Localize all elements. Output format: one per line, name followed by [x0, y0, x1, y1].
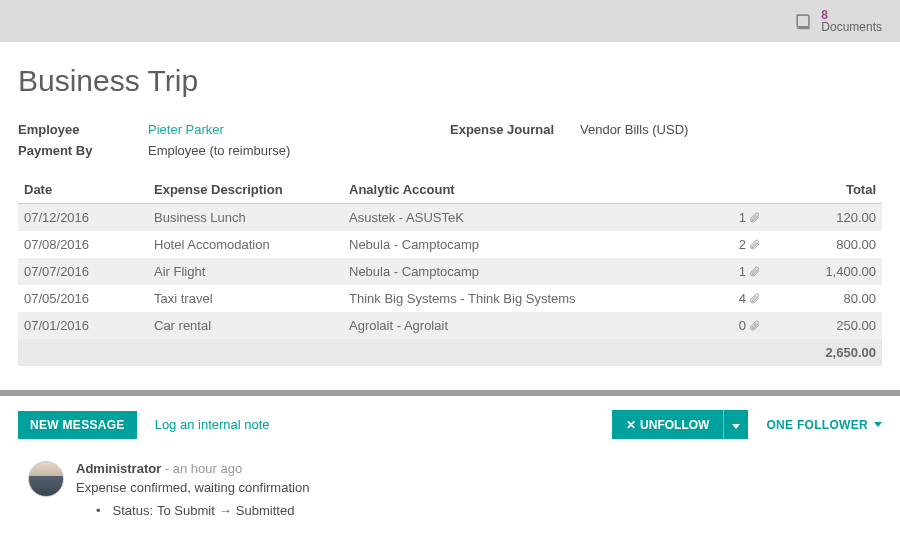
- cell-attach[interactable]: 1: [717, 204, 767, 232]
- book-icon: [793, 11, 813, 31]
- cell-date: 07/08/2016: [18, 231, 148, 258]
- message-time: - an hour ago: [165, 461, 242, 476]
- expense-journal-label: Expense Journal: [450, 122, 580, 137]
- cell-attach[interactable]: 1: [717, 258, 767, 285]
- paperclip-icon: [748, 211, 761, 224]
- cell-total: 250.00: [767, 312, 882, 339]
- employee-value[interactable]: Pieter Parker: [148, 122, 450, 137]
- col-analytic: Analytic Account: [343, 176, 717, 204]
- cell-desc: Car rental: [148, 312, 343, 339]
- form-content: Business Trip Employee Pieter Parker Exp…: [0, 42, 900, 376]
- caret-down-icon: [874, 422, 882, 427]
- table-row[interactable]: 07/12/2016 Business Lunch Asustek - ASUS…: [18, 204, 882, 232]
- new-message-button[interactable]: NEW MESSAGE: [18, 411, 137, 439]
- cell-total: 800.00: [767, 231, 882, 258]
- cell-analytic: Think Big Systems - Think Big Systems: [343, 285, 717, 312]
- cell-attach[interactable]: 4: [717, 285, 767, 312]
- cell-total: 80.00: [767, 285, 882, 312]
- form-fields: Employee Pieter Parker Expense Journal V…: [18, 122, 882, 158]
- cell-analytic: Nebula - Camptocamp: [343, 258, 717, 285]
- col-desc: Expense Description: [148, 176, 343, 204]
- log-note-link[interactable]: Log an internal note: [155, 417, 270, 432]
- status-to: Submitted: [236, 503, 295, 518]
- cell-total: 120.00: [767, 204, 882, 232]
- payment-by-value: Employee (to reimburse): [148, 143, 450, 158]
- caret-down-icon: [732, 424, 740, 429]
- payment-by-label: Payment By: [18, 143, 148, 158]
- expense-table: Date Expense Description Analytic Accoun…: [18, 176, 882, 366]
- x-icon: ✕: [626, 418, 636, 432]
- cell-date: 07/01/2016: [18, 312, 148, 339]
- cell-desc: Business Lunch: [148, 204, 343, 232]
- table-row[interactable]: 07/08/2016 Hotel Accomodation Nebula - C…: [18, 231, 882, 258]
- cell-date: 07/05/2016: [18, 285, 148, 312]
- paperclip-icon: [748, 265, 761, 278]
- cell-analytic: Agrolait - Agrolait: [343, 312, 717, 339]
- arrow-right-icon: →: [219, 503, 232, 518]
- paperclip-icon: [748, 238, 761, 251]
- message-body: Expense confirmed, waiting confirmation: [76, 480, 309, 495]
- unfollow-dropdown-button[interactable]: [723, 410, 748, 439]
- cell-desc: Air Flight: [148, 258, 343, 285]
- followers-link[interactable]: ONE FOLLOWER: [766, 418, 882, 432]
- status-change: Status: To Submit → Submitted: [76, 503, 309, 518]
- avatar: [28, 461, 64, 497]
- topbar: 8 Documents: [0, 0, 900, 42]
- cell-desc: Hotel Accomodation: [148, 231, 343, 258]
- cell-attach[interactable]: 0: [717, 312, 767, 339]
- expense-journal-value: Vendor Bills (USD): [580, 122, 882, 137]
- col-date: Date: [18, 176, 148, 204]
- documents-label: Documents: [821, 21, 882, 33]
- message-author: Administrator: [76, 461, 161, 476]
- cell-desc: Taxi travel: [148, 285, 343, 312]
- cell-analytic: Asustek - ASUSTeK: [343, 204, 717, 232]
- cell-total: 1,400.00: [767, 258, 882, 285]
- paperclip-icon: [748, 292, 761, 305]
- status-from: To Submit: [157, 503, 215, 518]
- documents-stat-button[interactable]: 8 Documents: [793, 9, 882, 33]
- chatter: NEW MESSAGE Log an internal note ✕UNFOLL…: [0, 396, 900, 540]
- cell-attach[interactable]: 2: [717, 231, 767, 258]
- col-total: Total: [767, 176, 882, 204]
- table-row[interactable]: 07/01/2016 Car rental Agrolait - Agrolai…: [18, 312, 882, 339]
- cell-date: 07/07/2016: [18, 258, 148, 285]
- status-label: Status:: [113, 503, 153, 518]
- message: Administrator - an hour ago Expense conf…: [18, 461, 882, 518]
- cell-date: 07/12/2016: [18, 204, 148, 232]
- unfollow-button[interactable]: ✕UNFOLLOW: [612, 410, 723, 439]
- page-title: Business Trip: [18, 64, 882, 98]
- employee-label: Employee: [18, 122, 148, 137]
- table-row[interactable]: 07/07/2016 Air Flight Nebula - Camptocam…: [18, 258, 882, 285]
- table-row[interactable]: 07/05/2016 Taxi travel Think Big Systems…: [18, 285, 882, 312]
- cell-analytic: Nebula - Camptocamp: [343, 231, 717, 258]
- paperclip-icon: [748, 319, 761, 332]
- grand-total: 2,650.00: [767, 339, 882, 366]
